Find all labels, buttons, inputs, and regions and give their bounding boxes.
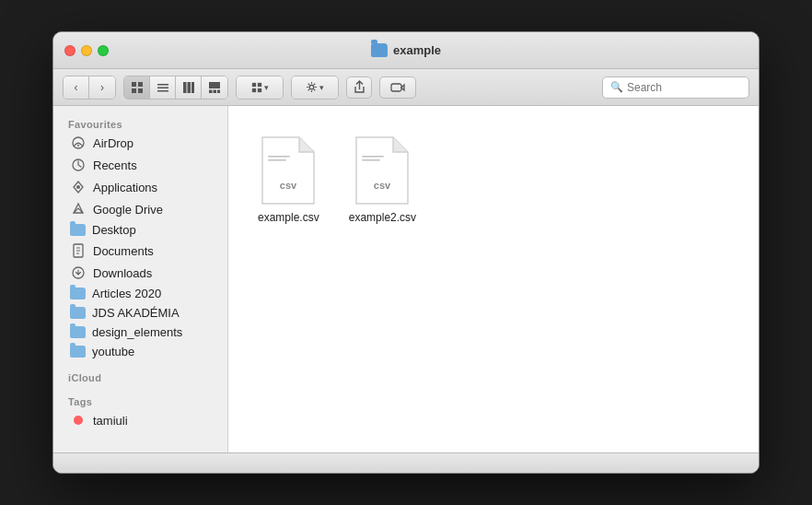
sidebar-item-tag-tamiuli[interactable]: tamiuli xyxy=(57,409,224,431)
folder-desktop-icon xyxy=(70,224,86,236)
view-list-button[interactable] xyxy=(150,76,176,99)
group-by-button-container: ▾ xyxy=(236,76,284,100)
window-title-area: example xyxy=(371,43,441,57)
sidebar-item-design-label: design_elements xyxy=(92,325,182,339)
search-icon: 🔍 xyxy=(610,81,623,93)
file-grid: csv example.csv csv xyxy=(250,128,737,231)
svg-rect-10 xyxy=(209,82,220,88)
file-name-1: example.csv xyxy=(258,211,319,224)
svg-rect-5 xyxy=(157,87,168,88)
svg-rect-3 xyxy=(138,88,143,93)
traffic-lights xyxy=(64,45,109,56)
airdrop-icon xyxy=(70,135,87,151)
sidebar-item-google-drive-label: Google Drive xyxy=(93,203,163,217)
drive-icon xyxy=(70,201,87,217)
view-buttons xyxy=(123,76,228,100)
svg-rect-11 xyxy=(209,89,213,93)
content-area: Favourites AirDrop Recents App xyxy=(53,106,759,452)
svg-rect-16 xyxy=(251,88,255,91)
svg-rect-9 xyxy=(191,82,194,93)
folder-youtube-icon xyxy=(70,346,86,358)
action-button[interactable]: ▾ xyxy=(292,76,338,99)
sidebar-item-desktop[interactable]: Desktop xyxy=(57,220,224,240)
sidebar-item-documents[interactable]: Documents xyxy=(57,240,224,262)
search-bar: 🔍 xyxy=(602,76,749,99)
svg-rect-7 xyxy=(183,82,187,93)
svg-rect-14 xyxy=(251,82,255,86)
applications-icon xyxy=(70,179,87,195)
folder-title-icon xyxy=(371,43,388,57)
columns-icon xyxy=(182,81,195,94)
svg-rect-34 xyxy=(362,159,380,161)
sidebar-item-recents[interactable]: Recents xyxy=(57,154,224,176)
view-icon-button[interactable] xyxy=(124,76,150,99)
window-title: example xyxy=(393,43,441,57)
maximize-button[interactable] xyxy=(98,45,109,56)
list-icon xyxy=(157,81,169,94)
downloads-icon xyxy=(70,264,87,281)
minimize-button[interactable] xyxy=(81,45,92,56)
sidebar-item-google-drive[interactable]: Google Drive xyxy=(57,198,224,220)
csv-file-icon-2: csv xyxy=(353,135,412,206)
view-gallery-button[interactable] xyxy=(202,76,227,99)
svg-rect-12 xyxy=(214,89,217,93)
sidebar-item-tag-tamiuli-label: tamiuli xyxy=(93,414,128,428)
back-button[interactable]: ‹ xyxy=(64,76,89,99)
sidebar-item-airdrop[interactable]: AirDrop xyxy=(57,132,224,154)
file-item-example-csv[interactable]: csv example.csv xyxy=(250,128,327,231)
svg-rect-13 xyxy=(217,89,220,93)
csv-file-icon-1: csv xyxy=(259,135,318,206)
close-button[interactable] xyxy=(64,45,75,56)
search-input[interactable] xyxy=(627,81,741,94)
folder-articles-icon xyxy=(70,288,86,299)
favourites-label: Favourites xyxy=(53,113,227,132)
svg-rect-33 xyxy=(362,156,384,158)
svg-rect-17 xyxy=(257,88,261,91)
gear-icon xyxy=(306,81,318,93)
svg-point-23 xyxy=(76,185,80,189)
svg-rect-8 xyxy=(187,82,191,93)
share-button[interactable] xyxy=(346,76,372,99)
forward-button[interactable]: › xyxy=(89,76,115,99)
share-icon xyxy=(354,80,365,94)
sidebar-item-youtube[interactable]: youtube xyxy=(57,342,224,361)
bottom-bar xyxy=(53,452,759,473)
sidebar-item-design-elements[interactable]: design_elements xyxy=(57,323,224,342)
svg-text:csv: csv xyxy=(280,180,297,191)
tag-tamiuli-icon xyxy=(70,412,87,429)
file-area: csv example.csv csv xyxy=(228,106,759,452)
sidebar-item-documents-label: Documents xyxy=(93,244,154,258)
file-item-example2-csv[interactable]: csv example2.csv xyxy=(342,128,423,231)
svg-rect-31 xyxy=(268,159,286,161)
svg-rect-1 xyxy=(138,82,143,87)
sidebar-item-applications[interactable]: Applications xyxy=(57,176,224,198)
chevron-left-icon: ‹ xyxy=(75,81,78,94)
group-arrow-icon: ▾ xyxy=(264,83,269,92)
sidebar-item-jds-akademia[interactable]: JDS AKADÉMIA xyxy=(57,303,224,323)
sidebar-item-downloads-label: Downloads xyxy=(93,266,152,280)
svg-rect-19 xyxy=(391,84,401,91)
svg-point-21 xyxy=(77,145,79,147)
action-arrow-icon: ▾ xyxy=(319,83,324,92)
chevron-right-icon: › xyxy=(100,81,104,94)
svg-rect-6 xyxy=(157,90,168,92)
icloud-label: iCloud xyxy=(53,367,227,385)
toolbar: ‹ › ▾ xyxy=(53,69,759,106)
view-columns-button[interactable] xyxy=(176,76,202,99)
sidebar-item-desktop-label: Desktop xyxy=(92,223,136,237)
sidebar-item-downloads[interactable]: Downloads xyxy=(57,262,224,284)
sidebar-item-articles-label: Articles 2020 xyxy=(92,287,161,300)
folder-design-icon xyxy=(70,326,86,338)
tags-label: Tags xyxy=(53,391,227,409)
svg-point-18 xyxy=(309,85,314,89)
svg-text:csv: csv xyxy=(374,180,391,191)
svg-rect-0 xyxy=(132,82,136,87)
sidebar: Favourites AirDrop Recents App xyxy=(53,106,228,452)
grid-icon xyxy=(131,81,144,94)
tag-button[interactable] xyxy=(379,76,416,99)
svg-rect-15 xyxy=(257,82,261,86)
sidebar-item-recents-label: Recents xyxy=(93,159,137,172)
sidebar-item-articles-2020[interactable]: Articles 2020 xyxy=(57,284,224,303)
group-by-button[interactable]: ▾ xyxy=(237,76,283,99)
folder-jds-icon xyxy=(70,307,86,319)
